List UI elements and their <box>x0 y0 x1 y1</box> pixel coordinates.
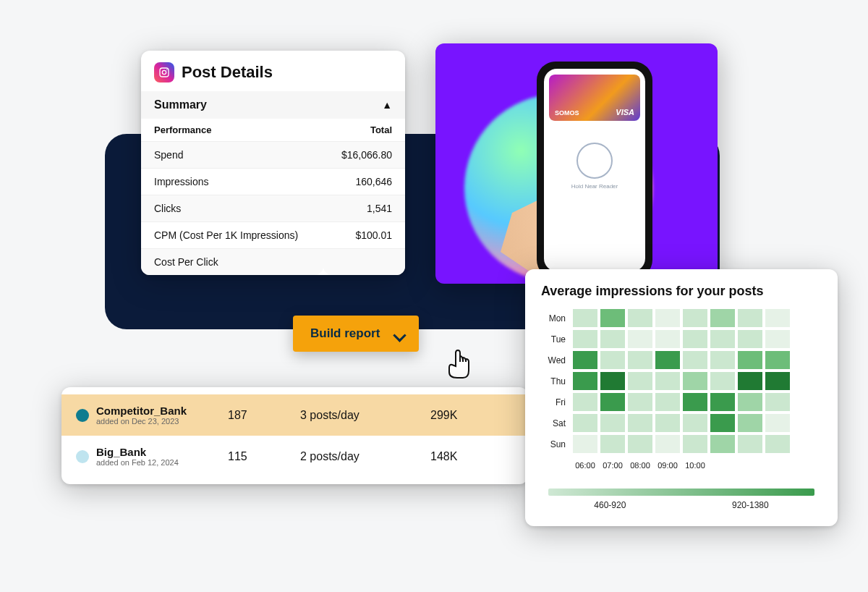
legend-tick: 920-1380 <box>732 500 769 510</box>
heatmap-cell <box>628 330 652 348</box>
heatmap-cell <box>655 330 680 348</box>
competitor-posts: 115 <box>228 450 293 463</box>
heatmap-day-label: Mon <box>541 313 570 324</box>
summary-toggle[interactable]: Summary ▲ <box>141 91 405 119</box>
row-impressions: Impressions 160,646 <box>141 169 405 195</box>
svg-point-2 <box>166 69 167 70</box>
card-name: SOMOS <box>555 109 579 117</box>
heatmap-cell <box>573 435 597 453</box>
heatmap-cell <box>738 351 762 369</box>
heatmap-hour-label: 07:00 <box>600 461 625 470</box>
heatmap-grid: MonTueWedThuFriSatSun06:0007:0008:0009:0… <box>541 309 822 474</box>
heatmap-hour-label: 08:00 <box>628 461 652 470</box>
heatmap-cell <box>738 372 762 390</box>
legend-gradient <box>548 489 814 496</box>
heatmap-cell <box>710 309 735 327</box>
svg-rect-0 <box>160 68 169 77</box>
heatmap-hour-label: 09:00 <box>655 461 680 470</box>
post-details-card: Post Details Summary ▲ Performance Total… <box>141 51 405 275</box>
instagram-icon <box>154 62 174 83</box>
heatmap-title: Average impressions for your posts <box>541 284 822 299</box>
heatmap-cell <box>655 351 680 369</box>
summary-label: Summary <box>154 98 207 111</box>
heatmap-cell <box>738 309 762 327</box>
competitor-added: added on Dec 23, 2023 <box>96 417 187 426</box>
row-clicks: Clicks 1,541 <box>141 195 405 222</box>
heatmap-cell <box>600 414 625 432</box>
nfc-ring-icon <box>576 143 613 179</box>
heatmap-cell <box>573 414 597 432</box>
col-performance: Performance <box>141 119 323 142</box>
heatmap-cell <box>710 414 735 432</box>
heatmap-cell <box>573 309 597 327</box>
competitor-reach: 299K <box>430 409 517 422</box>
heatmap-hour-label: 10:00 <box>683 461 707 470</box>
heatmap-day-label: Sat <box>541 418 570 428</box>
heatmap-cell <box>738 435 762 453</box>
heatmap-day-label: Wed <box>541 355 570 365</box>
heatmap-cell <box>573 372 597 390</box>
heatmap-cell <box>683 309 707 327</box>
legend-tick: 460-920 <box>594 500 626 510</box>
competitor-name: Competitor_Bank <box>96 405 187 417</box>
heatmap-cell <box>765 393 790 411</box>
competitor-name: Big_Bank <box>96 446 179 458</box>
heatmap-cell <box>765 414 790 432</box>
heatmap-cell <box>628 435 652 453</box>
heatmap-cell <box>683 393 707 411</box>
heatmap-cell <box>710 393 735 411</box>
competitors-card: Competitor_Bank added on Dec 23, 2023 18… <box>61 387 528 484</box>
heatmap-cell <box>738 393 762 411</box>
heatmap-cell <box>710 351 735 369</box>
heatmap-cell <box>655 435 680 453</box>
build-report-button[interactable]: Build report <box>293 316 419 352</box>
build-report-label: Build report <box>310 326 380 340</box>
competitor-dot <box>76 450 89 463</box>
heatmap-cell <box>628 309 652 327</box>
heatmap-day-label: Sun <box>541 439 570 449</box>
heatmap-cell <box>765 351 790 369</box>
heatmap-cell <box>600 309 625 327</box>
competitor-added: added on Feb 12, 2024 <box>96 458 179 467</box>
credit-card: SOMOS <box>549 75 640 121</box>
heatmap-cell <box>573 393 597 411</box>
heatmap-card: Average impressions for your posts MonTu… <box>525 269 838 526</box>
heatmap-cell <box>765 435 790 453</box>
col-total: Total <box>323 119 405 142</box>
competitor-row[interactable]: Big_Bank added on Feb 12, 2024 115 2 pos… <box>61 436 528 477</box>
heatmap-cell <box>573 351 597 369</box>
post-details-title: Post Details <box>182 63 273 82</box>
phone-mockup: SOMOS Hold Near Reader <box>537 62 652 279</box>
heatmap-cell <box>628 372 652 390</box>
heatmap-cell <box>655 372 680 390</box>
phone-hint: Hold Near Reader <box>571 183 618 190</box>
heatmap-day-label: Tue <box>541 334 570 344</box>
competitor-reach: 148K <box>430 450 517 463</box>
heatmap-cell <box>600 372 625 390</box>
heatmap-cell <box>683 330 707 348</box>
heatmap-cell <box>600 351 625 369</box>
svg-point-1 <box>162 70 166 74</box>
heatmap-cell <box>710 330 735 348</box>
heatmap-cell <box>765 330 790 348</box>
summary-table: Performance Total Spend $16,066.80 Impre… <box>141 119 405 275</box>
heatmap-cell <box>628 351 652 369</box>
heatmap-cell <box>710 372 735 390</box>
competitor-rate: 2 posts/day <box>300 450 423 463</box>
heatmap-cell <box>655 309 680 327</box>
heatmap-legend: 460-920 920-1380 <box>541 489 822 510</box>
row-cpm: CPM (Cost Per 1K Impressions) $100.01 <box>141 222 405 249</box>
competitor-posts: 187 <box>228 409 293 422</box>
heatmap-cell <box>600 330 625 348</box>
heatmap-cell <box>710 435 735 453</box>
competitor-row[interactable]: Competitor_Bank added on Dec 23, 2023 18… <box>61 394 528 436</box>
heatmap-cell <box>738 414 762 432</box>
heatmap-hour-label: 06:00 <box>573 461 597 470</box>
heatmap-cell <box>683 372 707 390</box>
competitor-dot <box>76 409 89 422</box>
heatmap-cell <box>655 393 680 411</box>
heatmap-cell <box>600 435 625 453</box>
heatmap-cell <box>628 414 652 432</box>
heatmap-cell <box>765 309 790 327</box>
heatmap-cell <box>628 393 652 411</box>
